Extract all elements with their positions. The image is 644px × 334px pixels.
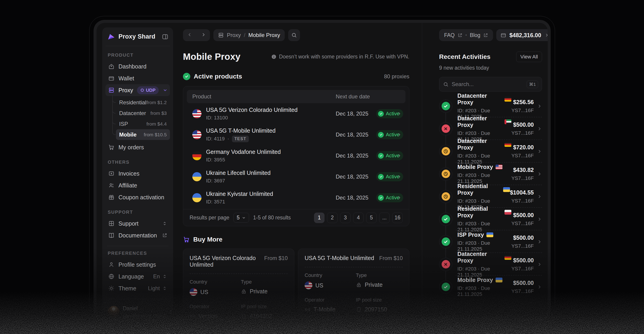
table-row[interactable]: Germany Vodafone Unlimited ID: 3955 Dec …	[187, 145, 406, 166]
chevron-right-icon[interactable]	[536, 194, 542, 199]
activities-search-input[interactable]: Search... ⌘1	[439, 77, 542, 92]
check-icon	[443, 104, 448, 109]
chevron-right-icon[interactable]	[396, 153, 402, 159]
chevron-right-icon[interactable]	[536, 284, 542, 290]
page-button[interactable]: 5	[366, 212, 377, 223]
chevron-right-icon[interactable]	[536, 239, 542, 244]
activity-row[interactable]: Datacenter Proxy ID: #203 · Due 21.11.20…	[439, 253, 542, 276]
sidebar-item-wallet[interactable]: Wallet	[106, 72, 170, 84]
chevron-right-icon[interactable]	[536, 171, 542, 177]
back-button[interactable]	[187, 32, 192, 38]
product-id: ID: 3571	[206, 199, 225, 205]
type-label: Type	[356, 272, 403, 278]
activity-row[interactable]: Datacenter Proxy ID: #203 · Due 21.11.20…	[439, 117, 542, 140]
buy-more-card[interactable]: USA 5G Verizon Colorado Unlimited From $…	[183, 249, 294, 317]
buy-more-card[interactable]: USA 5G T-Mobile Unlimited From $10 Count…	[298, 249, 409, 317]
card-price-from: From $10	[379, 255, 403, 261]
activity-row[interactable]: Mobile Proxy ID: #203 · Due 21.11.2025 $…	[439, 163, 542, 185]
faq-link[interactable]: FAQ	[444, 32, 455, 38]
language-value: En	[153, 273, 160, 280]
sidebar-subitem[interactable]: Residential from $1.2	[116, 97, 170, 108]
activity-title: ISP Proxy	[458, 231, 484, 238]
activity-row[interactable]: ISP Proxy ID: #203 · Due 21.11.2025 $500…	[439, 230, 542, 253]
sidebar-header: Proxy Shard	[106, 27, 170, 46]
card-product-name: USA 5G Verizon Colorado Unlimited	[190, 255, 262, 268]
activity-meta: ID: #203 · Due 21.11.2025	[458, 172, 511, 184]
activity-row[interactable]: Datacenter Proxy ID: #203 · Due 21.11.20…	[439, 140, 542, 163]
search-button[interactable]	[288, 29, 300, 41]
chevron-left-icon	[187, 32, 192, 37]
activity-row[interactable]: Residential Proxy ID: #203 · Due 21.11.2…	[439, 185, 542, 208]
buy-more-title: Buy More	[193, 236, 222, 243]
sidebar-item-theme[interactable]: Theme Light	[106, 282, 170, 294]
chevron-right-icon[interactable]	[536, 126, 542, 132]
proxies-count: 80 proxies	[384, 73, 409, 80]
sidebar-subitem[interactable]: ISP from $4.4	[116, 119, 170, 129]
sidebar-item-documentation[interactable]: Documentation	[106, 229, 170, 241]
page-button[interactable]: 4	[353, 212, 364, 223]
chevrons-up-down-icon	[162, 274, 167, 279]
sidebar-subitem[interactable]: Mobile from $10.5	[116, 129, 170, 140]
sidebar-item-invoices[interactable]: Invoices	[106, 167, 170, 179]
sidebar-item-profile-settings[interactable]: Profile settings	[106, 259, 170, 271]
clock-icon	[443, 149, 448, 154]
page-title: Mobile Proxy	[183, 52, 240, 62]
page-buttons: 12345...16	[314, 212, 403, 223]
theme-value: Light	[148, 285, 160, 292]
table-row[interactable]: USA 5G T-Mobile Unlimited ID: 4119 · TES…	[187, 124, 406, 145]
view-all-button[interactable]: View All	[516, 52, 542, 62]
breadcrumb-root[interactable]: Proxy	[227, 32, 241, 38]
activity-amount: $720.00	[511, 144, 534, 151]
chevron-right-icon[interactable]	[536, 216, 542, 222]
product-name: Germany Vodafone Unlimited	[206, 149, 281, 155]
sidebar-item-language[interactable]: Language En	[106, 271, 170, 282]
page-button[interactable]: 3	[340, 212, 350, 223]
status-icon	[442, 147, 450, 156]
card-product-name: USA 5G T-Mobile Unlimited	[304, 255, 374, 261]
home-icon	[108, 63, 114, 70]
sidebar-item-proxy[interactable]: Proxy UDP	[106, 84, 170, 96]
chevron-right-icon[interactable]	[396, 111, 402, 116]
chevron-right-icon[interactable]	[396, 195, 402, 200]
keyboard-shortcut-badge: ⌘1	[527, 81, 538, 88]
status-icon	[442, 170, 450, 178]
country-flag-icon	[504, 210, 511, 215]
activity-title: Residential Proxy	[458, 205, 502, 219]
sidebar-item-coupon[interactable]: Coupon activation	[106, 191, 170, 203]
sidebar-item-dashboard[interactable]: Dashboard	[106, 60, 170, 72]
activity-row[interactable]: Residential Proxy ID: #203 · Due 21.11.2…	[439, 208, 542, 230]
sidebar-item-affiliate[interactable]: Affiliate	[106, 179, 170, 191]
page-size-value: 5	[237, 215, 240, 221]
chevron-right-icon[interactable]	[536, 103, 542, 109]
activity-hash: YS7...16F	[511, 243, 534, 249]
forward-button[interactable]	[200, 32, 206, 38]
page-size-select[interactable]: 5	[234, 213, 249, 223]
balance-button[interactable]: $482,316.00	[496, 29, 548, 41]
page-button[interactable]: 1	[314, 212, 324, 223]
globe-icon	[108, 273, 114, 280]
sidebar-subitem[interactable]: Datacenter from $3	[116, 108, 170, 119]
chevron-right-icon[interactable]	[536, 149, 542, 154]
activity-row[interactable]: Datacenter Proxy ID: #203 · Due 21.11.20…	[439, 95, 542, 117]
table-row[interactable]: Ukraine Kyivstar Unlimited ID: 3571 Dec …	[187, 187, 406, 208]
table-row[interactable]: USA 5G Verizon Colorado Unlimited ID: 13…	[187, 103, 406, 124]
chevron-right-icon[interactable]	[536, 262, 542, 267]
chevron-right-icon[interactable]	[396, 174, 402, 179]
sidebar-collapse-button[interactable]	[162, 33, 168, 40]
page-button[interactable]: ...	[379, 212, 390, 223]
check-icon	[443, 285, 448, 290]
cart-icon	[183, 236, 190, 243]
subitem-label: Residential	[119, 99, 146, 106]
country-flag-icon	[504, 142, 511, 147]
activity-row[interactable]: Mobile Proxy ID: #203 · Due 21.11.2025 $…	[439, 276, 542, 298]
blog-link[interactable]: Blog	[470, 32, 480, 38]
table-row[interactable]: Ukraine Lifecell Unlimited ID: 3697 Dec …	[187, 166, 406, 187]
chevron-right-icon[interactable]	[396, 132, 402, 138]
sidebar-item-support[interactable]: Support	[106, 218, 170, 229]
recent-activities-subtitle: 9 new activities today	[439, 65, 542, 71]
breadcrumb[interactable]: Proxy / Mobile Proxy	[213, 29, 285, 41]
page-button[interactable]: 16	[392, 212, 403, 223]
user-menu[interactable]: Daniel daniel@proxy.shard	[106, 304, 170, 318]
page-button[interactable]: 2	[327, 212, 338, 223]
sidebar-item-my-orders[interactable]: My orders	[106, 141, 170, 153]
